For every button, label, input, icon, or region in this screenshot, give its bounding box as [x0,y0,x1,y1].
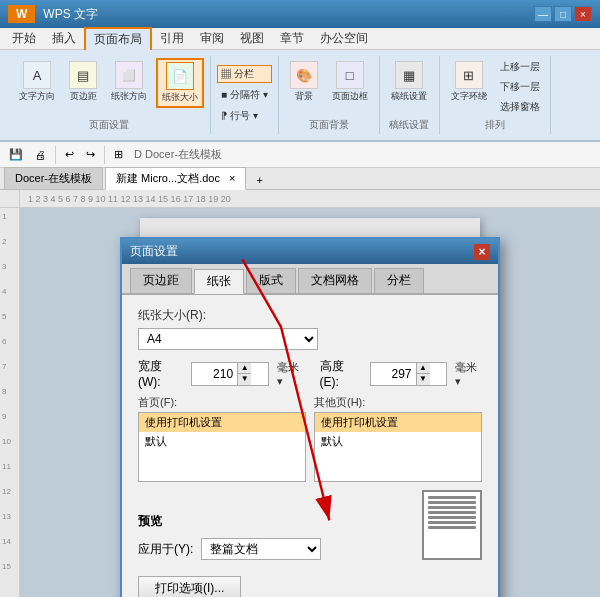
height-spin-buttons: ▲ ▼ [416,363,430,385]
ribbon-btn-page-border[interactable]: □ 页面边框 [327,58,373,106]
menu-page-layout[interactable]: 页面布局 [84,27,152,50]
ribbon-btn-text-direction[interactable]: A 文字方向 [14,58,60,106]
dialog-tab-grid[interactable]: 文档网格 [298,268,372,293]
menu-start[interactable]: 开始 [4,28,44,49]
dialog-close-button[interactable]: × [474,244,490,260]
ribbon-btn-orientation[interactable]: ⬜ 纸张方向 [106,58,152,106]
menu-bar: 开始 插入 页面布局 引用 审阅 视图 章节 办公空间 [0,28,600,50]
first-page-item-default[interactable]: 默认 [139,432,305,451]
width-spin-buttons: ▲ ▼ [237,363,251,385]
ribbon-group-page-setup: A 文字方向 ▤ 页边距 ⬜ 纸张方向 📄 纸张大小 页面设置 [8,56,211,134]
dialog-title-bar: 页面设置 × [122,239,498,264]
dialog-tab-layout[interactable]: 版式 [246,268,296,293]
app-title: WPS 文字 [43,6,98,23]
ribbon-btn-move-down[interactable]: 下移一层 [496,78,544,96]
ribbon-btn-background[interactable]: 🎨 背景 [285,58,323,106]
apply-section: 预览 应用于(Y): 整篇文档 [138,513,422,560]
dialog-overlay: 页面设置 × 页边距 纸张 版式 文档网格 分栏 [20,208,600,597]
ribbon-btn-select-pane[interactable]: 选择窗格 [496,98,544,116]
app-logo: W [8,5,35,23]
toolbar-redo[interactable]: ↪ [81,145,100,164]
dialog-tab-columns[interactable]: 分栏 [374,268,424,293]
width-input[interactable] [192,365,237,383]
toolbar-print[interactable]: 🖨 [30,146,51,164]
menu-references[interactable]: 引用 [152,28,192,49]
height-spinbox: ▲ ▼ [370,362,447,386]
height-label: 高度(E): [320,358,362,389]
width-decrement[interactable]: ▼ [237,374,251,385]
dialog-tab-paper[interactable]: 纸张 [194,269,244,294]
other-page-source: 其他页(H): 使用打印机设置 默认 [314,395,482,482]
ruler-row: 1 2 3 4 5 6 7 8 9 10 11 12 13 14 15 16 1… [0,190,600,208]
tab-close-icon[interactable]: × [229,172,235,184]
width-spinbox: ▲ ▼ [191,362,268,386]
tab-docer[interactable]: Docer-在线模板 [4,167,103,189]
title-bar: W WPS 文字 — □ × [0,0,600,28]
ribbon-btn-separator[interactable]: ■ 分隔符 ▾ [217,86,272,104]
tab-docer-label: Docer-在线模板 [15,172,92,184]
preview-label: 预览 [138,513,422,530]
apply-select[interactable]: 整篇文档 [201,538,321,560]
maximize-button[interactable]: □ [554,6,572,22]
tab-new-doc[interactable]: 新建 Micro...文档.doc × [105,167,246,190]
minimize-button[interactable]: — [534,6,552,22]
ribbon-group-arrange: ⊞ 文字环绕 上移一层 下移一层 选择窗格 排列 [440,56,551,134]
paper-size-label: 纸张大小(R): [138,307,482,324]
preview-section: 预览 应用于(Y): 整篇文档 [138,490,482,560]
ribbon-btn-columns[interactable]: ▦ 分栏 [217,65,272,83]
ruler-horizontal: 1 2 3 4 5 6 7 8 9 10 11 12 13 14 15 16 1… [20,190,600,208]
width-increment[interactable]: ▲ [237,363,251,374]
ribbon-btn-line-number[interactable]: ⁋ 行号 ▾ [217,107,272,125]
document-area: 1 2 3 4 5 6 7 8 9 10 11 12 13 14 15 16 1… [0,190,600,597]
close-button[interactable]: × [574,6,592,22]
ribbon: A 文字方向 ▤ 页边距 ⬜ 纸张方向 📄 纸张大小 页面设置 [0,50,600,142]
first-page-item-printer[interactable]: 使用打印机设置 [139,413,305,432]
menu-review[interactable]: 审阅 [192,28,232,49]
page-setup-dialog: 页面设置 × 页边距 纸张 版式 文档网格 分栏 [120,237,500,597]
toolbar-grid[interactable]: ⊞ [109,145,128,164]
dialog-tab-margin[interactable]: 页边距 [130,268,192,293]
first-page-source: 首页(F): 使用打印机设置 默认 [138,395,306,482]
ribbon-btn-paper-size[interactable]: 📄 纸张大小 [156,58,204,108]
first-page-list[interactable]: 使用打印机设置 默认 [138,412,306,482]
preview-line-6 [428,521,476,524]
ruler-corner [0,190,20,208]
other-page-item-default[interactable]: 默认 [315,432,481,451]
other-page-item-printer[interactable]: 使用打印机设置 [315,413,481,432]
preview-line-2 [428,501,476,504]
toolbar-separator-2 [104,146,105,164]
page-preview [422,490,482,560]
print-options-row: 打印选项(I)... [122,572,498,597]
menu-section[interactable]: 章节 [272,28,312,49]
document-canvas: 页面设置 × 页边距 纸张 版式 文档网格 分栏 [20,208,600,597]
other-page-list[interactable]: 使用打印机设置 默认 [314,412,482,482]
preview-line-4 [428,511,476,514]
tab-new-doc-label: 新建 Micro...文档.doc [116,172,220,184]
paper-size-select[interactable]: A4 [138,328,318,350]
print-options-button[interactable]: 打印选项(I)... [138,576,241,597]
menu-insert[interactable]: 插入 [44,28,84,49]
menu-office[interactable]: 办公空间 [312,28,376,49]
height-unit: 毫米▾ [455,360,482,388]
toolbar-undo[interactable]: ↩ [60,145,79,164]
height-input[interactable] [371,365,416,383]
other-page-label: 其他页(H): [314,395,482,410]
height-increment[interactable]: ▲ [416,363,430,374]
tab-add-button[interactable]: + [248,171,270,189]
ribbon-group-draft: ▦ 稿纸设置 稿纸设置 [380,56,440,134]
ribbon-group-label-arrange: 排列 [485,118,505,132]
ribbon-btn-draft-settings[interactable]: ▦ 稿纸设置 [386,58,432,106]
ribbon-group-label-bg: 页面背景 [309,118,349,132]
paper-dimensions-row: 宽度(W): ▲ ▼ 毫米▾ 高度(E): [138,358,482,389]
paper-source-area: 首页(F): 使用打印机设置 默认 其他页(H): 使用打印机设置 [138,395,482,482]
tab-bar: Docer-在线模板 新建 Micro...文档.doc × + [0,168,600,190]
ribbon-btn-text-wrap[interactable]: ⊞ 文字环绕 [446,58,492,106]
ribbon-btn-move-up[interactable]: 上移一层 [496,58,544,76]
ribbon-group-divider: ▦ 分栏 ■ 分隔符 ▾ ⁋ 行号 ▾ [211,56,279,134]
ribbon-btn-margin[interactable]: ▤ 页边距 [64,58,102,106]
menu-view[interactable]: 视图 [232,28,272,49]
height-decrement[interactable]: ▼ [416,374,430,385]
toolbar-template[interactable]: D Docer-在线模板 [134,147,222,162]
toolbar-save[interactable]: 💾 [4,145,28,164]
toolbar: 💾 🖨 ↩ ↪ ⊞ D Docer-在线模板 [0,142,600,168]
